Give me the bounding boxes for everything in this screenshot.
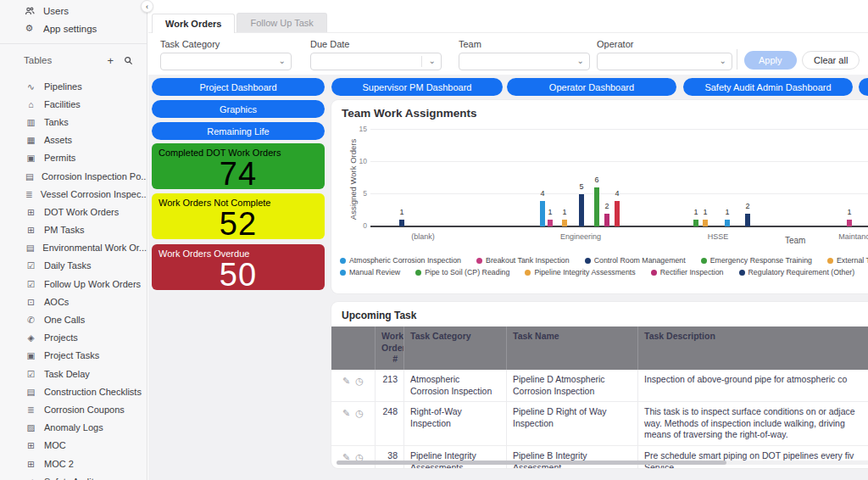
- sidebar-item-dot-work-orders[interactable]: ⊞DOT Work Orders: [0, 203, 147, 220]
- legend-item[interactable]: Manual Review: [340, 268, 400, 276]
- sidebar-item-safety-audits[interactable]: ✓Safety Audits: [0, 472, 147, 480]
- sidebar-item-pm-tasks[interactable]: ⊞PM Tasks: [0, 221, 147, 239]
- bar-value-label: 1: [720, 208, 735, 216]
- sidebar-item-moc[interactable]: ⊞MOC: [0, 437, 147, 455]
- legend-item[interactable]: External Tank Inspection: [827, 256, 868, 265]
- sidebar-item-corrosion-coupons[interactable]: ≣Corrosion Coupons: [0, 400, 147, 418]
- supervisor-pm-dashboard-button[interactable]: Supervisor PM Dashboard: [331, 78, 503, 96]
- chevron-down-icon: ⌄: [279, 56, 286, 65]
- operator-select[interactable]: ⌄: [597, 53, 732, 70]
- sidebar-divider: [0, 43, 147, 44]
- sidebar-item-permits[interactable]: ▣Permits: [0, 149, 147, 167]
- clear-all-button[interactable]: Clear all: [802, 51, 860, 70]
- legend-item[interactable]: Pipe to Soil (CP) Reading: [415, 268, 509, 276]
- tab-work-orders[interactable]: Work Orders: [152, 14, 235, 33]
- sidebar-item-daily-tasks[interactable]: ☑Daily Tasks: [0, 257, 147, 275]
- sidebar-collapse-button[interactable]: ‹: [141, 0, 153, 13]
- operator-dashboard-button[interactable]: Operator Dashboard: [507, 78, 676, 96]
- cube-icon: ◈: [25, 332, 36, 343]
- sidebar-item-task-delay[interactable]: ☑Task Delay: [0, 365, 147, 382]
- project-dashboard-button[interactable]: Project Dashboard: [152, 78, 325, 96]
- sidebar-item-environmental-work-or[interactable]: ▤Environmental Work Or...: [0, 239, 147, 257]
- team-select[interactable]: ⌄: [459, 53, 590, 70]
- sidebar-item-construction-checklists[interactable]: ▤Construction Checklists: [0, 382, 147, 400]
- legend-item[interactable]: Control Room Management: [585, 256, 686, 265]
- sidebar-item-pipelines[interactable]: ∿Pipelines: [0, 77, 147, 95]
- chart-legend: Atmospheric Corrosion InspectionBreakout…: [340, 256, 868, 280]
- sidebar-item-aocs[interactable]: ⊡AOCs: [0, 293, 147, 310]
- legend-dot-icon: [701, 258, 707, 264]
- pipeline-icon: ∿: [25, 81, 36, 92]
- legend-dot-icon: [525, 270, 531, 276]
- legend-label: Rectifier Inspection: [660, 268, 724, 276]
- edit-icon[interactable]: ✎: [342, 375, 350, 387]
- dashboard-button-partial[interactable]: [859, 78, 868, 96]
- cell-task-description: This task is to inspect surface conditio…: [638, 402, 868, 445]
- sidebar-item-follow-up-work-orders[interactable]: ☑Follow Up Work Orders: [0, 275, 147, 293]
- message-icon: ⊡: [25, 297, 36, 307]
- legend-item[interactable]: Emergency Response Training: [701, 256, 812, 265]
- chart-icon: ▨: [25, 422, 36, 433]
- search-icon[interactable]: [124, 56, 133, 65]
- sidebar-item-moc-2[interactable]: ⊞MOC 2: [0, 455, 147, 472]
- due-date-label: Due Date: [310, 39, 442, 49]
- sidebar-item-one-calls[interactable]: ✆One Calls: [0, 310, 147, 328]
- grid-icon: ⊞: [25, 440, 36, 450]
- scrollbar-thumb[interactable]: [337, 460, 726, 465]
- filter-divider: [737, 49, 737, 70]
- table-icon: ⊞: [25, 207, 36, 217]
- legend-item[interactable]: Breakout Tank Inspection: [476, 256, 570, 265]
- sidebar-item-corrosion-inspection-po[interactable]: ▤Corrosion Inspection Po...: [0, 167, 147, 185]
- list-icon: ≣: [25, 189, 33, 199]
- table-header-task-category: Task Category: [404, 327, 507, 370]
- sidebar-item-users[interactable]: Users: [0, 2, 147, 20]
- remaining-life-button[interactable]: Remaining Life: [152, 122, 325, 140]
- x-category-label: Maintance: [838, 232, 868, 241]
- bar-red-4: [615, 201, 620, 226]
- operator-label: Operator: [597, 39, 732, 49]
- tab-follow-up-task[interactable]: Follow Up Task: [236, 13, 326, 32]
- apply-button[interactable]: Apply: [744, 51, 797, 70]
- legend-label: Pipeline Integrity Assessments: [534, 268, 635, 276]
- sidebar-item-assets[interactable]: ▦Assets: [0, 131, 147, 149]
- sidebar-item-label: App settings: [43, 24, 97, 34]
- sidebar-item-project-tasks[interactable]: ▣Project Tasks: [0, 347, 147, 365]
- graphics-button[interactable]: Graphics: [152, 100, 325, 118]
- gridline: [370, 161, 868, 162]
- sidebar-item-label: Follow Up Work Orders: [44, 279, 141, 289]
- sidebar-item-label: Facilities: [44, 99, 81, 109]
- add-table-icon[interactable]: +: [107, 54, 114, 67]
- safety-audit-admin-dashboard-button[interactable]: Safety Audit Admin Dashboard: [683, 78, 853, 96]
- due-date-select[interactable]: ⌄: [310, 53, 442, 70]
- audit-check-icon: ✓: [25, 477, 36, 480]
- bar-blue-1: [725, 220, 730, 226]
- task-category-select[interactable]: ⌄: [160, 53, 292, 70]
- sidebar-item-anomaly-logs[interactable]: ▨Anomaly Logs: [0, 419, 147, 437]
- bar-value-label: 1: [842, 208, 857, 216]
- legend-item[interactable]: Regulatory Requirement (Other): [739, 268, 855, 276]
- legend-item[interactable]: Pipeline Integrity Assessments: [525, 268, 635, 276]
- chart-plot-area: 0510151(blank)4115624Engineering1112HSSE…: [370, 129, 868, 226]
- chevron-down-icon: ⌄: [577, 56, 584, 65]
- sidebar-item-vessel-corrosion-inspec[interactable]: ≣Vessel Corrosion Inspec...: [0, 185, 147, 203]
- bar-value-label: 1: [698, 208, 713, 216]
- tank-icon: ▥: [25, 117, 36, 127]
- sidebar-item-label: Environmental Work Or...: [42, 243, 147, 253]
- team-work-assignments-card: Team Work Assignments Assigned Work Orde…: [331, 100, 868, 293]
- sidebar-item-label: Safety Audits: [44, 477, 98, 480]
- sidebar-item-label: DOT Work Orders: [44, 207, 119, 217]
- edit-icon[interactable]: ✎: [342, 407, 350, 419]
- horizontal-scrollbar[interactable]: [337, 460, 868, 465]
- bar-value-label: 1: [542, 208, 558, 216]
- sidebar-item-tanks[interactable]: ▥Tanks: [0, 113, 147, 131]
- sidebar-item-app-settings[interactable]: ⚙ App settings: [0, 20, 147, 37]
- history-icon[interactable]: ◷: [355, 407, 364, 419]
- legend-item[interactable]: Atmospheric Corrosion Inspection: [340, 256, 461, 265]
- sidebar-item-projects[interactable]: ◈Projects: [0, 329, 147, 347]
- checklist-grid-icon: ▤: [25, 387, 36, 397]
- bar-green-1: [693, 220, 698, 226]
- legend-item[interactable]: Rectifier Inspection: [651, 268, 724, 276]
- bar-value-label: 6: [589, 176, 604, 184]
- history-icon[interactable]: ◷: [355, 375, 364, 387]
- sidebar-item-facilities[interactable]: ⌂Facilities: [0, 95, 147, 113]
